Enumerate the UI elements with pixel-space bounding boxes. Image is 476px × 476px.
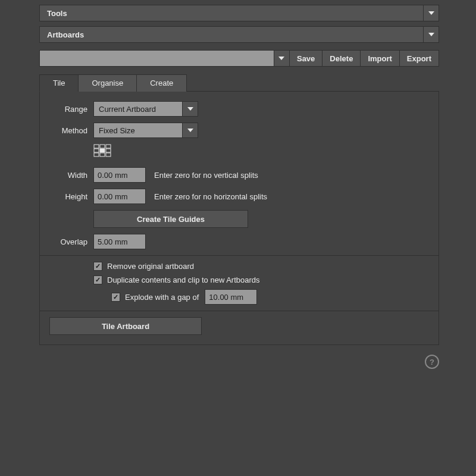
divider-2 bbox=[40, 311, 439, 311]
explode-checkbox[interactable] bbox=[111, 293, 120, 302]
tabs: Tile Organise Create bbox=[39, 74, 439, 92]
tile-artboard-button[interactable]: Tile Artboard bbox=[49, 317, 202, 335]
tools-collapse-icon[interactable] bbox=[423, 5, 439, 21]
svg-rect-2 bbox=[106, 145, 111, 148]
overlap-label: Overlap bbox=[49, 237, 93, 246]
tab-create[interactable]: Create bbox=[136, 74, 187, 92]
remove-original-label: Remove original artboard bbox=[107, 262, 194, 271]
overlap-input[interactable]: 5.00 mm bbox=[93, 234, 146, 249]
svg-rect-6 bbox=[94, 153, 99, 156]
svg-rect-5 bbox=[106, 149, 111, 152]
preset-dropdown-arrow-icon[interactable] bbox=[274, 51, 289, 66]
tab-organise[interactable]: Organise bbox=[78, 74, 137, 92]
svg-rect-7 bbox=[100, 153, 105, 156]
method-label: Method bbox=[49, 126, 93, 135]
preset-toolbar: Save Delete Import Export bbox=[39, 50, 439, 67]
delete-button[interactable]: Delete bbox=[322, 50, 361, 67]
method-value: Fixed Size bbox=[94, 126, 182, 135]
svg-rect-1 bbox=[100, 145, 105, 148]
explode-label: Explode with a gap of bbox=[125, 293, 199, 302]
width-hint: Enter zero for no vertical splits bbox=[154, 171, 258, 180]
height-label: Height bbox=[49, 192, 93, 201]
save-button[interactable]: Save bbox=[290, 50, 322, 67]
duplicate-contents-label: Duplicate contents and clip to new Artbo… bbox=[107, 275, 260, 284]
artboards-collapse-icon[interactable] bbox=[423, 27, 439, 42]
import-button[interactable]: Import bbox=[361, 50, 399, 67]
tile-form: Range Current Artboard Method Fixed Size bbox=[39, 92, 439, 345]
create-tile-guides-button[interactable]: Create Tile Guides bbox=[93, 210, 248, 228]
help-icon[interactable]: ? bbox=[425, 355, 439, 369]
method-arrow-icon[interactable] bbox=[182, 123, 198, 137]
svg-rect-0 bbox=[94, 145, 99, 148]
height-input[interactable]: 0.00 mm bbox=[93, 189, 146, 204]
tab-tile[interactable]: Tile bbox=[39, 74, 79, 92]
artboards-section-header[interactable]: Artboards bbox=[39, 26, 439, 43]
artboards-label: Artboards bbox=[47, 30, 84, 39]
method-select[interactable]: Fixed Size bbox=[93, 123, 198, 138]
tools-label: Tools bbox=[47, 9, 67, 18]
export-button[interactable]: Export bbox=[400, 50, 439, 67]
preset-dropdown[interactable] bbox=[39, 50, 290, 67]
remove-original-checkbox[interactable] bbox=[93, 262, 102, 271]
width-input[interactable]: 0.00 mm bbox=[93, 167, 146, 183]
range-value: Current Artboard bbox=[94, 105, 182, 114]
divider bbox=[40, 255, 439, 256]
svg-rect-8 bbox=[106, 153, 111, 156]
svg-rect-4 bbox=[100, 149, 105, 152]
height-hint: Enter zero for no horizontal splits bbox=[154, 192, 267, 201]
range-arrow-icon[interactable] bbox=[182, 102, 198, 116]
range-label: Range bbox=[49, 105, 93, 114]
width-label: Width bbox=[49, 171, 93, 180]
range-select[interactable]: Current Artboard bbox=[93, 101, 198, 117]
tools-section-header[interactable]: Tools bbox=[39, 5, 439, 21]
duplicate-contents-checkbox[interactable] bbox=[93, 275, 102, 284]
tile-grid-icon[interactable] bbox=[93, 144, 111, 159]
svg-rect-3 bbox=[94, 149, 99, 152]
explode-gap-input[interactable]: 10.00 mm bbox=[205, 289, 257, 305]
